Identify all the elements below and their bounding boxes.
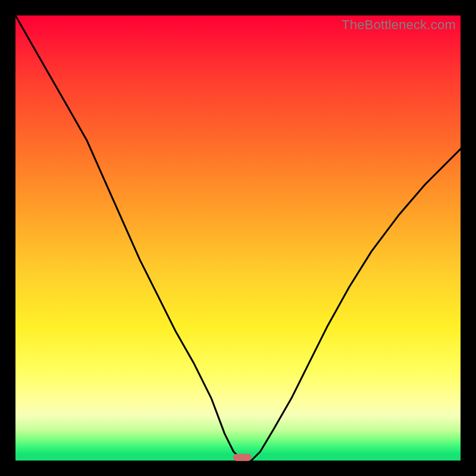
chart-frame: TheBottleneck.com: [0, 0, 476, 476]
plot-area: TheBottleneck.com: [15, 15, 461, 461]
bottleneck-curve: [15, 15, 461, 461]
optimum-marker: [234, 454, 252, 461]
curve-overlay: [15, 15, 461, 461]
